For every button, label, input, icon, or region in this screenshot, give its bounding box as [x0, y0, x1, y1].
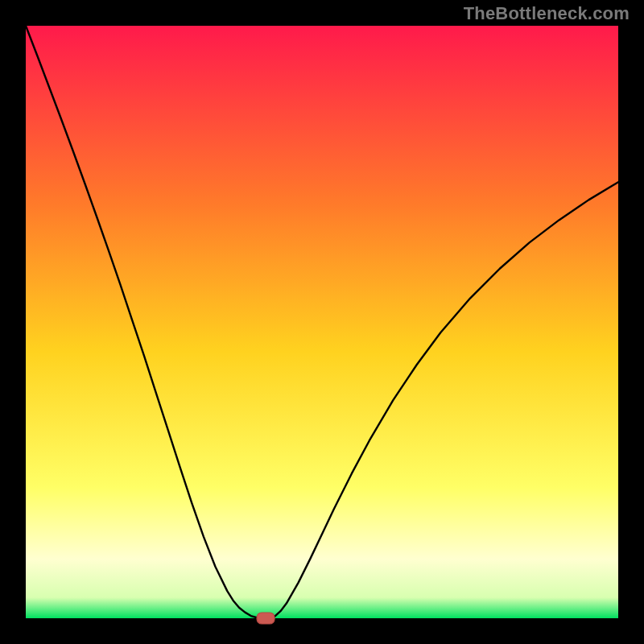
chart-frame: { "watermark": "TheBottleneck.com", "col… — [0, 0, 644, 644]
plot-background — [26, 26, 618, 618]
bottleneck-chart — [0, 0, 644, 644]
optimum-marker — [257, 613, 275, 624]
